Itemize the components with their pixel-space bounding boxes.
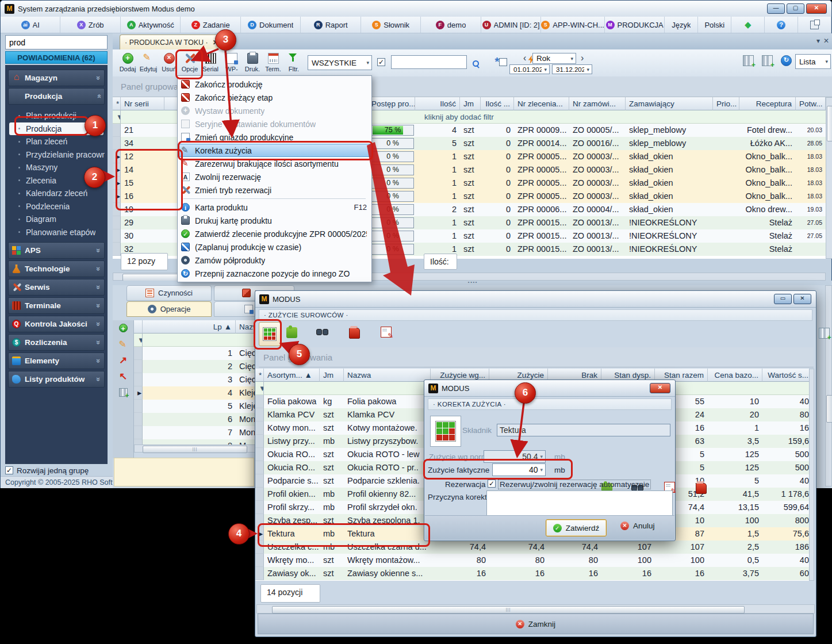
tab-produkcja-w-toku[interactable]: · PRODUKCJA W TOKU · ✕ bbox=[120, 34, 224, 50]
secondary-checkbox[interactable] bbox=[499, 58, 507, 66]
arrow-up-left-icon[interactable]: ↖ bbox=[119, 372, 127, 381]
column-header[interactable]: Nr serii bbox=[121, 97, 164, 110]
close-button[interactable]: ✕ bbox=[806, 3, 827, 14]
add-column-icon[interactable] bbox=[119, 388, 128, 397]
sidebar-search[interactable]: × bbox=[5, 35, 108, 49]
menubar-item-polski[interactable]: Polski bbox=[698, 17, 731, 33]
truck-icon[interactable] bbox=[349, 328, 360, 339]
menu-item-przepnij-zaznaczone-pozycje-do-innego-zo[interactable]: Przepnij zaznaczone pozycje do innego ZO bbox=[178, 267, 371, 280]
toolbar-button-dodaj[interactable]: Dodaj bbox=[117, 51, 138, 75]
sidebar-group-aps[interactable]: APS» bbox=[8, 242, 105, 259]
menubar-item-appwinch[interactable]: SAPP-WIN-CH... bbox=[541, 17, 605, 33]
colplus-icon[interactable] bbox=[743, 55, 754, 66]
reservation-checkbox[interactable]: ✓ bbox=[488, 480, 496, 488]
usage-vertical-scrollbar[interactable] bbox=[809, 369, 814, 581]
menu-item-zakończ-produkcję[interactable]: Zakończ produkcję bbox=[178, 78, 371, 91]
menu-item-zamów-półprodukty[interactable]: Zamów półprodukty bbox=[178, 254, 371, 267]
column-header[interactable]: Lp ▲ bbox=[143, 320, 236, 334]
menubar-item-sownik[interactable]: SSłownik bbox=[361, 17, 421, 33]
sidebar-group-billing[interactable]: Rozliczenia» bbox=[8, 334, 105, 351]
sidebar-group-service[interactable]: Serwis» bbox=[8, 279, 105, 296]
dialog-close-button[interactable]: ✕ bbox=[650, 383, 670, 393]
chevron-left-icon[interactable]: ‹ bbox=[523, 53, 526, 63]
puzzle-icon[interactable] bbox=[286, 327, 297, 338]
sidebar-item-plan-zleceń[interactable]: Plan zleceń bbox=[8, 135, 105, 148]
column-header[interactable]: Potw... bbox=[796, 97, 826, 110]
menu-item-zmień-tryb-rezerwacji[interactable]: Zmień tryb rezerwacji bbox=[178, 183, 371, 197]
tablist-dropdown-icon[interactable]: ▾ bbox=[816, 37, 820, 45]
table-row[interactable]: Wkręty mo...sztWkręty montażow...8080801… bbox=[255, 554, 812, 567]
tab-czynnosci[interactable]: Czynności bbox=[126, 285, 212, 301]
column-header[interactable]: Wartość s... bbox=[762, 369, 812, 382]
tab-operacje[interactable]: Operacje bbox=[126, 301, 212, 317]
column-header[interactable]: Receptura bbox=[739, 97, 796, 110]
filter-active-checkbox[interactable]: ✓ bbox=[377, 58, 385, 66]
menu-item-zwolnij-rezerwację[interactable]: Zwolnij rezerwację bbox=[178, 170, 371, 183]
edit-icon[interactable] bbox=[119, 340, 128, 348]
column-header[interactable]: Nazwa bbox=[344, 369, 431, 382]
usage-horizontal-scrollbar[interactable]: ||| bbox=[256, 604, 815, 614]
colplus-icon[interactable] bbox=[762, 55, 773, 66]
column-header[interactable]: Nr zlecenia... bbox=[514, 97, 569, 110]
table-row[interactable]: Uszczelka c...mbUszczelka czarna d...74,… bbox=[255, 540, 812, 554]
menu-item-wystaw-dokumenty[interactable]: Wystaw dokumenty bbox=[178, 104, 371, 117]
date-to-field[interactable]: 31.12.2025▾ bbox=[552, 64, 592, 74]
sidebar-group-product-lists[interactable]: Listy produktów» bbox=[8, 371, 105, 388]
truck-icon[interactable] bbox=[696, 483, 707, 494]
reservation-checkbox-label[interactable]: Rezerwuj/zwolnij rezerwację automatyczni… bbox=[498, 480, 651, 489]
menu-item-zmień-gniazdo-produkcyjne[interactable]: Zmień gniazdo produkcyjne bbox=[178, 131, 371, 144]
dialog-close-button[interactable]: ✕ bbox=[793, 294, 811, 304]
menubar-item-zrb[interactable]: XZrób bbox=[60, 17, 120, 33]
column-header[interactable]: Jm bbox=[320, 369, 344, 382]
menu-item-drukuj-kartę-produktu[interactable]: Drukuj kartę produktu bbox=[178, 214, 371, 227]
toolbar-button-druk[interactable]: Druk. bbox=[242, 51, 263, 75]
menu-item-zarezerwuj-brakujące-ilości-asortymentu[interactable]: Zarezerwuj brakujące ilości asortymentu bbox=[178, 157, 371, 170]
chevron-right-icon[interactable]: › bbox=[581, 53, 584, 63]
menu-item-karta-produktu[interactable]: Karta produktuF12 bbox=[178, 201, 371, 214]
menubar-item-zadanie[interactable]: ZZadanie bbox=[181, 17, 240, 33]
column-header[interactable]: Prio... bbox=[713, 97, 739, 110]
search-input[interactable] bbox=[6, 38, 117, 47]
table-row[interactable]: Zawiasy ok...sztZawiasy okienne s...1616… bbox=[255, 567, 812, 580]
menubar-item-jzyk[interactable]: Język bbox=[665, 17, 698, 33]
sidebar-item-podzlecenia[interactable]: Podzlecenia bbox=[8, 200, 105, 213]
add-column-icon[interactable] bbox=[819, 328, 830, 339]
binoculars-icon[interactable] bbox=[317, 327, 328, 338]
mag-icon[interactable] bbox=[473, 60, 479, 67]
dialog-minimize-button[interactable]: ▭ bbox=[774, 294, 792, 304]
sidebar-item-planowanie-etapów[interactable]: Planowanie etapów bbox=[8, 226, 105, 239]
help-icon[interactable] bbox=[765, 17, 798, 33]
column-header[interactable]: Jm bbox=[460, 97, 481, 110]
grid-vertical-scrollbar[interactable] bbox=[826, 97, 832, 259]
column-header[interactable]: Postęp pro... bbox=[368, 97, 415, 110]
sidebar-item-diagram[interactable]: Diagram bbox=[8, 213, 105, 226]
column-header[interactable]: Zamawiający bbox=[626, 97, 713, 110]
menu-item--zaplanuj-produkcję-w-czasie-[interactable]: (Zaplanuj produkcję w czasie) bbox=[178, 240, 371, 254]
reason-textarea[interactable] bbox=[486, 490, 673, 518]
minimize-button[interactable]: — bbox=[767, 3, 785, 14]
menubar-item-dokument[interactable]: DDokument bbox=[241, 17, 301, 33]
sidebar-group-elements[interactable]: Elementy» bbox=[8, 352, 105, 369]
bottom-vertical-scrollbar[interactable] bbox=[825, 285, 832, 486]
column-header[interactable]: Asortym... ▲ bbox=[264, 369, 320, 382]
sidebar-item-przydzielanie-pracowni-[interactable]: Przydzielanie pracowni... bbox=[8, 148, 105, 162]
submit-button[interactable]: ✓ Zatwierdź bbox=[546, 519, 607, 536]
sidebar-group-quality[interactable]: Kontrola Jakości» bbox=[8, 316, 105, 332]
sidebar-item-kalendarz-zleceń[interactable]: Kalendarz zleceń bbox=[8, 187, 105, 200]
sidebar-group-tech[interactable]: Technologie» bbox=[8, 260, 105, 277]
arrow-up-right-icon[interactable]: ↗ bbox=[119, 356, 127, 365]
expand-one-group-option[interactable]: ✓ Rozwijaj jedną grupę bbox=[5, 465, 112, 476]
column-header[interactable]: Ilość bbox=[415, 97, 460, 110]
menubar-item-ai[interactable]: aiAI bbox=[1, 17, 60, 33]
menubar-item-demo[interactable]: Fdemo bbox=[421, 17, 481, 33]
toolbar-button-serial[interactable]: Serial bbox=[200, 51, 221, 75]
menu-item-seryjne-wystawianie-dokumentów[interactable]: Seryjne wystawianie dokumentów bbox=[178, 117, 371, 131]
period-combo[interactable]: Rok▾ bbox=[532, 53, 576, 64]
add-icon[interactable] bbox=[119, 324, 128, 332]
toolbar-button-opcje[interactable]: Opcje bbox=[179, 51, 200, 75]
toolbar-button-edytuj[interactable]: Edytuj bbox=[138, 51, 159, 75]
checklist-icon[interactable] bbox=[381, 327, 392, 338]
menubar-item-produkcja[interactable]: MPRODUKCJA bbox=[605, 17, 665, 33]
close-dialog-button[interactable]: ✕ Zamknij bbox=[258, 614, 814, 634]
sidebar-group-warehouse[interactable]: Magazyn» bbox=[8, 70, 105, 86]
